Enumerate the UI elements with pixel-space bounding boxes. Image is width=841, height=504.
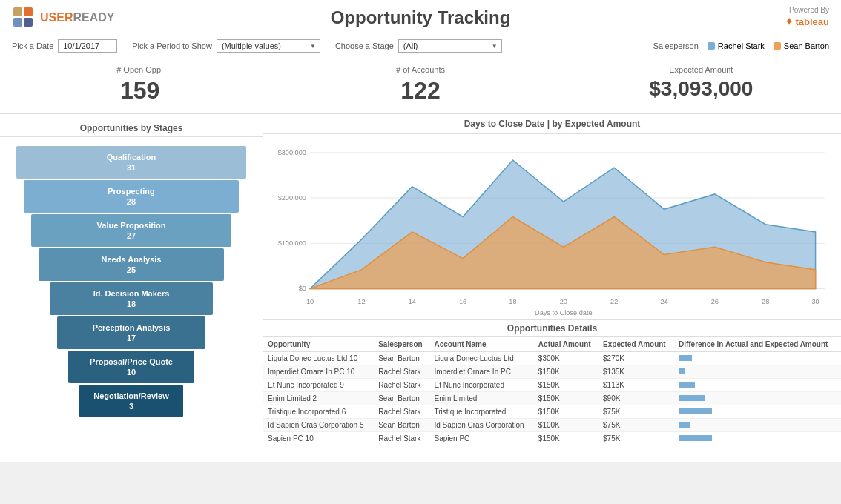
diff-bar	[679, 382, 695, 388]
legend-rachel: Rachel Stark	[708, 42, 765, 50]
svg-text:26: 26	[711, 298, 719, 305]
area-chart-svg: $300,000 $200,000 $100,000 $0 10 12	[272, 140, 832, 316]
svg-rect-2	[13, 18, 22, 27]
funnel-label-7: Negotiation/Review3	[93, 391, 168, 412]
header: USERREADY Opportunity Tracking Powered B…	[0, 0, 841, 36]
diff-bar	[679, 408, 712, 414]
svg-text:12: 12	[357, 298, 365, 305]
table-row: Enim Limited 2 Sean Barton Enim Limited …	[263, 391, 841, 405]
cell-diff	[674, 391, 841, 405]
page-title: Opportunity Tracking	[331, 7, 511, 28]
funnel-label-0: Qualification31	[107, 152, 156, 173]
cell-salesperson: Rachel Stark	[374, 378, 429, 391]
diff-bar	[679, 435, 712, 441]
legend-dot-blue	[708, 42, 715, 50]
svg-text:20: 20	[560, 298, 567, 305]
diff-bar	[679, 368, 685, 374]
cell-expected: $135K	[598, 365, 674, 378]
legend-rachel-name: Rachel Stark	[718, 42, 765, 50]
cell-account: Enim Limited	[429, 391, 533, 405]
funnel-bar-0[interactable]: Qualification31	[16, 146, 246, 179]
date-filter-group: Pick a Date	[12, 39, 117, 53]
funnel-container: Qualification31Prospecting28Value Propos…	[0, 143, 263, 420]
cell-account: Sapien PC	[429, 431, 533, 445]
funnel-bar-5[interactable]: Perception Analysis17	[57, 316, 205, 349]
cell-salesperson: Sean Barton	[374, 418, 429, 431]
cell-salesperson: Sean Barton	[374, 391, 429, 405]
table-row: Ligula Donec Luctus Ltd 10 Sean Barton L…	[263, 351, 841, 365]
cell-salesperson: Rachel Stark	[374, 431, 429, 445]
funnel-label-3: Needs Analysis25	[102, 254, 162, 276]
cell-salesperson: Rachel Stark	[374, 405, 429, 418]
svg-text:$200,000: $200,000	[278, 194, 306, 202]
svg-text:24: 24	[660, 298, 667, 305]
funnel-bar-2[interactable]: Value Proposition27	[31, 214, 231, 247]
open-opp-label: # Open Opp.	[9, 65, 271, 74]
table-row: Tristique Incorporated 6 Rachel Stark Tr…	[263, 405, 841, 418]
svg-text:$300,000: $300,000	[278, 149, 306, 156]
period-select[interactable]: (Multiple values)	[217, 39, 320, 53]
salesperson-legend: Salesperson Rachel Stark Sean Barton	[653, 42, 829, 50]
cell-account: Et Nunc Incorporated	[429, 378, 533, 391]
accounts-label: # of Accounts	[289, 65, 551, 74]
cell-salesperson: Sean Barton	[374, 351, 429, 365]
col-account: Account Name	[429, 337, 533, 352]
filters-bar: Pick a Date Pick a Period to Show (Multi…	[0, 36, 841, 56]
table-header: Opportunity Salesperson Account Name Act…	[263, 337, 841, 352]
svg-text:Days to Close date: Days to Close date	[535, 309, 593, 316]
expected-label: Expected Amount	[570, 65, 832, 74]
details-table: Opportunity Salesperson Account Name Act…	[263, 337, 841, 445]
logo-icon	[12, 6, 36, 30]
col-expected: Expected Amount	[598, 337, 674, 352]
powered-by: Powered By ✦ tableau	[785, 6, 829, 27]
table-body: Ligula Donec Luctus Ltd 10 Sean Barton L…	[263, 351, 841, 445]
funnel-bar-1[interactable]: Prospecting28	[24, 180, 239, 213]
table-wrapper[interactable]: Opportunity Salesperson Account Name Act…	[263, 337, 841, 445]
svg-text:28: 28	[762, 298, 769, 305]
cell-actual: $150K	[534, 431, 598, 445]
funnel-title: Opportunities by Stages	[0, 120, 263, 137]
date-input[interactable]	[58, 39, 117, 53]
cell-opportunity: Ligula Donec Luctus Ltd 10	[263, 351, 374, 365]
date-label: Pick a Date	[12, 42, 53, 50]
funnel-bar-4[interactable]: Id. Decision Makers18	[50, 282, 213, 315]
cell-diff	[674, 431, 841, 445]
cell-salesperson: Rachel Stark	[374, 365, 429, 378]
cell-actual: $300K	[534, 351, 598, 365]
cell-actual: $150K	[534, 391, 598, 405]
col-diff: Difference in Actual and Expected Amount	[674, 337, 841, 352]
funnel-label-5: Perception Analysis17	[93, 322, 171, 344]
svg-text:16: 16	[459, 298, 466, 305]
details-panel: Opportunities Details Opportunity Salesp…	[263, 319, 841, 462]
legend-dot-orange	[774, 42, 781, 50]
cell-diff	[674, 405, 841, 418]
svg-rect-1	[24, 7, 33, 16]
cell-opportunity: Imperdiet Ornare In PC 10	[263, 365, 374, 378]
cell-account: Ligula Donec Luctus Ltd	[429, 351, 533, 365]
expected-metric: Expected Amount $3,093,000	[561, 56, 841, 113]
funnel-bar-6[interactable]: Proposal/Price Quote10	[68, 351, 194, 383]
funnel-bar-7[interactable]: Negotiation/Review3	[79, 385, 183, 417]
stage-select[interactable]: (All)	[398, 39, 502, 53]
cell-diff	[674, 378, 841, 391]
col-actual: Actual Amount	[534, 337, 598, 352]
details-title: Opportunities Details	[263, 320, 841, 337]
metrics-bar: # Open Opp. 159 # of Accounts 122 Expect…	[0, 56, 841, 114]
cell-opportunity: Sapien PC 10	[263, 431, 374, 445]
svg-text:18: 18	[509, 298, 516, 305]
cell-opportunity: Id Sapien Cras Corporation 5	[263, 418, 374, 431]
open-opp-metric: # Open Opp. 159	[0, 56, 280, 113]
cell-actual: $150K	[534, 378, 598, 391]
area-chart-section: Days to Close Date | by Expected Amount …	[263, 114, 841, 319]
main-content: Opportunities by Stages Qualification31P…	[0, 114, 841, 462]
col-opportunity: Opportunity	[263, 337, 374, 352]
cell-expected: $90K	[598, 391, 674, 405]
legend-sean-name: Sean Barton	[784, 42, 829, 50]
svg-text:$0: $0	[299, 285, 306, 293]
funnel-bar-3[interactable]: Needs Analysis25	[39, 248, 224, 281]
period-select-wrapper: (Multiple values)	[217, 39, 320, 53]
cell-opportunity: Enim Limited 2	[263, 391, 374, 405]
accounts-value: 122	[289, 77, 551, 105]
svg-text:$100,000: $100,000	[278, 239, 306, 247]
cell-expected: $75K	[598, 431, 674, 445]
